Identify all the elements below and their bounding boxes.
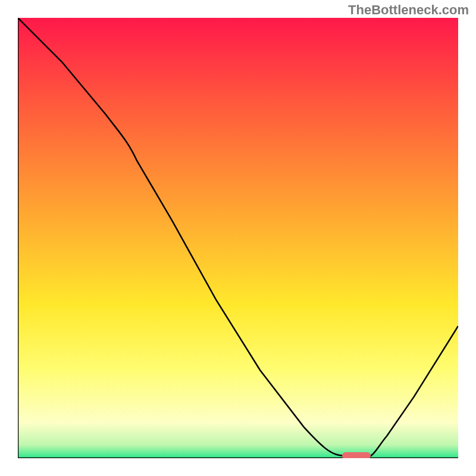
watermark-text: TheBottleneck.com bbox=[348, 2, 469, 18]
gradient-background bbox=[18, 18, 458, 458]
bottleneck-chart bbox=[18, 18, 458, 458]
chart-container: TheBottleneck.com bbox=[0, 0, 476, 476]
optimal-marker bbox=[342, 452, 371, 458]
